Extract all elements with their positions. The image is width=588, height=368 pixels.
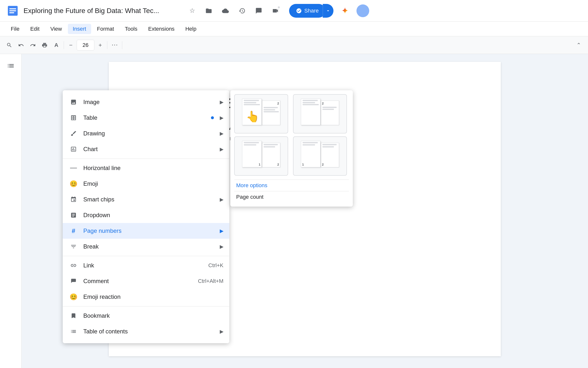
hr-icon bbox=[69, 163, 78, 173]
pn-option-bottom-left-1[interactable]: 2 1 bbox=[293, 136, 347, 176]
toolbar-divider-2 bbox=[107, 41, 107, 49]
insert-menu-section-4: Bookmark Table of contents ▶ bbox=[63, 306, 229, 341]
more-toolbar-options-btn[interactable]: ⋯ bbox=[109, 40, 120, 51]
page-numbers-icon: # bbox=[69, 226, 78, 236]
toolbar-divider-1 bbox=[64, 41, 64, 49]
break-label: Break bbox=[83, 243, 217, 250]
insert-menu-section-3: Link Ctrl+K Comment Ctrl+Alt+M 😊 Emoji r… bbox=[63, 256, 229, 306]
link-label: Link bbox=[83, 262, 208, 269]
pn-options-grid: 2 👆 bbox=[234, 94, 349, 176]
sidebar bbox=[0, 54, 22, 368]
dropdown-icon bbox=[69, 210, 78, 220]
insert-menu: Image ▶ Table ▶ Drawing ▶ bbox=[63, 90, 229, 343]
gemini-icon[interactable]: ✦ bbox=[341, 6, 349, 16]
zoom-in-btn[interactable]: + bbox=[95, 40, 105, 50]
svg-rect-2 bbox=[9, 8, 16, 9]
insert-emoji-reaction-item[interactable]: 😊 Emoji reaction bbox=[63, 289, 229, 305]
folder-icon[interactable] bbox=[203, 5, 215, 17]
insert-comment-item[interactable]: Comment Ctrl+Alt+M bbox=[63, 273, 229, 289]
page-numbers-label: Page numbers bbox=[83, 227, 217, 234]
svg-point-6 bbox=[359, 12, 366, 16]
svg-point-5 bbox=[361, 8, 365, 12]
comment-menu-icon bbox=[69, 276, 78, 286]
insert-bookmark-item[interactable]: Bookmark bbox=[63, 308, 229, 324]
dropdown-label: Dropdown bbox=[83, 212, 223, 219]
insert-hr-item[interactable]: Horizontal line bbox=[63, 160, 229, 176]
search-toolbar-btn[interactable] bbox=[4, 40, 15, 51]
insert-break-item[interactable]: Break ▶ bbox=[63, 239, 229, 254]
meet-icon[interactable] bbox=[270, 5, 281, 17]
bookmark-icon bbox=[69, 311, 78, 321]
insert-toc-item[interactable]: Table of contents ▶ bbox=[63, 324, 229, 339]
table-label: Table bbox=[83, 114, 211, 121]
insert-dropdown-item[interactable]: Dropdown bbox=[63, 207, 229, 223]
doc-title[interactable]: Exploring the Future of Big Data: What T… bbox=[24, 7, 180, 15]
smart-chips-icon bbox=[69, 195, 78, 204]
pn-option-top-left-1[interactable]: 2 bbox=[293, 94, 347, 133]
hr-label: Horizontal line bbox=[83, 165, 223, 171]
insert-link-item[interactable]: Link Ctrl+K bbox=[63, 258, 229, 273]
chart-icon bbox=[69, 144, 78, 154]
app-icon[interactable] bbox=[6, 4, 20, 18]
table-dot bbox=[211, 116, 214, 119]
emoji-icon: 😊 bbox=[69, 179, 78, 189]
page-numbers-arrow: ▶ bbox=[220, 228, 223, 234]
menu-bar: File Edit View Insert Format Tools Exten… bbox=[0, 22, 588, 36]
menu-insert[interactable]: Insert bbox=[68, 24, 91, 34]
insert-menu-section-2: Horizontal line 😊 Emoji Smart chips ▶ bbox=[63, 159, 229, 256]
comment-icon[interactable] bbox=[253, 5, 265, 17]
menu-view[interactable]: View bbox=[45, 24, 67, 34]
sidebar-outline-icon[interactable] bbox=[4, 59, 18, 73]
link-icon bbox=[69, 261, 78, 270]
top-icons: ☆ bbox=[186, 5, 281, 17]
menu-extensions[interactable]: Extensions bbox=[143, 24, 180, 34]
toolbar-divider-3 bbox=[122, 41, 122, 49]
undo-btn[interactable] bbox=[16, 40, 26, 51]
share-button[interactable]: Share bbox=[289, 4, 326, 18]
zoom-input[interactable]: 26 bbox=[77, 40, 94, 51]
pn-option-bottom-right-1[interactable]: 2 1 bbox=[234, 136, 288, 176]
insert-image-item[interactable]: Image ▶ bbox=[63, 94, 229, 110]
more-options-row[interactable]: More options bbox=[234, 180, 349, 191]
page-count-row[interactable]: Page count bbox=[234, 191, 349, 203]
pn-option-top-right-1[interactable]: 2 👆 bbox=[234, 94, 288, 133]
insert-drawing-item[interactable]: Drawing ▶ bbox=[63, 126, 229, 141]
history-icon[interactable] bbox=[236, 5, 248, 17]
emoji-reaction-label: Emoji reaction bbox=[83, 293, 223, 300]
cloud-save-icon[interactable] bbox=[220, 5, 231, 17]
comment-shortcut: Ctrl+Alt+M bbox=[198, 278, 223, 284]
break-icon bbox=[69, 242, 78, 251]
menu-tools[interactable]: Tools bbox=[120, 24, 142, 34]
toolbar: A − 26 + ⋯ ⌃ bbox=[0, 36, 588, 54]
comment-label: Comment bbox=[83, 278, 198, 285]
share-label: Share bbox=[304, 8, 319, 14]
table-arrow: ▶ bbox=[220, 115, 223, 121]
menu-edit[interactable]: Edit bbox=[25, 24, 44, 34]
redo-btn[interactable] bbox=[27, 40, 38, 51]
insert-chart-item[interactable]: Chart ▶ bbox=[63, 141, 229, 157]
image-icon bbox=[69, 97, 78, 107]
menu-format[interactable]: Format bbox=[92, 24, 119, 34]
drawing-label: Drawing bbox=[83, 130, 217, 137]
avatar[interactable] bbox=[356, 4, 369, 17]
star-icon[interactable]: ☆ bbox=[186, 5, 198, 17]
toc-icon bbox=[69, 327, 78, 336]
break-arrow: ▶ bbox=[220, 244, 223, 250]
insert-table-item[interactable]: Table ▶ bbox=[63, 110, 229, 126]
paint-format-btn[interactable]: A bbox=[51, 40, 62, 51]
smart-chips-arrow: ▶ bbox=[220, 197, 223, 202]
svg-rect-4 bbox=[9, 12, 14, 13]
collapse-toolbar-btn[interactable]: ⌃ bbox=[573, 40, 584, 51]
share-dropdown-arrow[interactable] bbox=[323, 4, 333, 18]
menu-help[interactable]: Help bbox=[180, 24, 201, 34]
share-button-group[interactable]: Share bbox=[289, 4, 333, 18]
insert-page-numbers-item[interactable]: # Page numbers ▶ bbox=[63, 223, 229, 239]
menu-file[interactable]: File bbox=[6, 24, 24, 34]
insert-smart-chips-item[interactable]: Smart chips ▶ bbox=[63, 192, 229, 207]
print-btn[interactable] bbox=[39, 40, 50, 51]
zoom-control: − 26 + bbox=[66, 40, 105, 51]
zoom-out-btn[interactable]: − bbox=[66, 40, 76, 50]
toc-label: Table of contents bbox=[83, 328, 217, 335]
insert-menu-section-1: Image ▶ Table ▶ Drawing ▶ bbox=[63, 93, 229, 159]
insert-emoji-item[interactable]: 😊 Emoji bbox=[63, 176, 229, 192]
